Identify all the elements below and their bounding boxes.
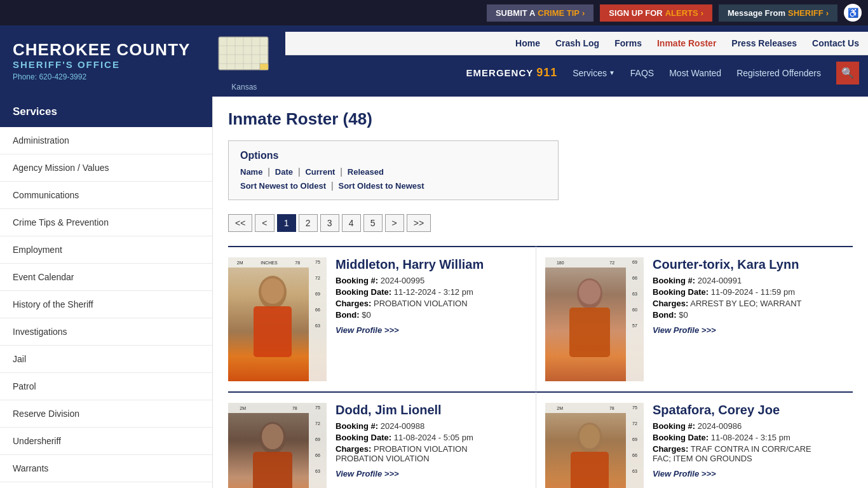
inmate-name-middleton: Middleton, Harry William (336, 257, 531, 272)
filter-date-link[interactable]: Date (275, 167, 293, 177)
nav-home[interactable]: Home (515, 38, 540, 48)
nav-contact-us[interactable]: Contact Us (812, 38, 859, 48)
top-bar: SUBMIT A CRIME TIP › SIGN UP FOR ALERTS … (0, 0, 868, 25)
nav-most-wanted[interactable]: Most Wanted (669, 68, 721, 78)
sidebar-item-patrol[interactable]: Patrol (0, 373, 212, 400)
view-profile-middleton[interactable]: View Profile >>> (336, 325, 399, 335)
nav-services[interactable]: Services ▼ (573, 68, 615, 78)
svg-rect-21 (571, 452, 609, 488)
sidebar-item-event-calendar[interactable]: Event Calendar (0, 264, 212, 291)
alerts-button[interactable]: SIGN UP FOR ALERTS › (600, 4, 712, 22)
logo-area: CHEROKEE COUNTY SHERIFF'S OFFICE Phone: … (0, 33, 203, 89)
main-nav: Home Crash Log Forms Inmate Roster Press… (285, 32, 868, 91)
ruler-right-4: 7572696663 (626, 403, 644, 488)
inmate-info-dodd: Dodd, Jim Lionell Booking #: 2024-00988 … (336, 403, 531, 488)
ruler-top: 2MINCHES78 (228, 257, 309, 268)
inmate-photo-dodd: 2M78 7572696663 (228, 403, 327, 488)
person-silhouette (241, 273, 304, 375)
sidebar-item-crime-tips[interactable]: Crime Tips & Prevention (0, 209, 212, 236)
filter-current-link[interactable]: Current (305, 167, 335, 177)
state-map-area: Kansas (203, 25, 285, 97)
options-links-row: Name | Date | Current | Released (240, 166, 546, 177)
inmate-booking-num-courtertorix: Booking #: 2024-00991 (653, 276, 848, 285)
nav-crash-log[interactable]: Crash Log (555, 38, 599, 48)
state-label: Kansas (231, 83, 257, 92)
top-nav: Home Crash Log Forms Inmate Roster Press… (285, 32, 868, 55)
view-profile-courtertorix[interactable]: View Profile >>> (653, 325, 716, 335)
accessibility-button[interactable]: ♿ (844, 4, 862, 22)
ruler-top-2: 18072 (545, 257, 626, 268)
inmate-card-spatafora: 2M78 7572696663 Spatafora, Corey Joe (536, 391, 853, 488)
nav-registered-offenders[interactable]: Registered Offenders (736, 68, 821, 78)
sidebar-item-employment[interactable]: Employment (0, 236, 212, 264)
search-button[interactable]: 🔍 (836, 62, 859, 85)
county-name: CHEROKEE COUNTY (13, 41, 190, 59)
sidebar-item-jail[interactable]: Jail (0, 346, 212, 373)
svg-point-22 (580, 424, 600, 449)
inmate-booking-date-spatafora: Booking Date: 11-08-2024 - 3:15 pm (653, 433, 848, 442)
view-profile-spatafora[interactable]: View Profile >>> (653, 469, 716, 478)
emergency-badge: EMERGENCY 911 (466, 66, 558, 79)
sidebar-item-agency-mission[interactable]: Agency Mission / Values (0, 154, 212, 182)
nav-faqs[interactable]: FAQS (630, 68, 654, 78)
inmate-name-dodd: Dodd, Jim Lionell (336, 403, 531, 417)
page-2-button[interactable]: 2 (299, 214, 318, 232)
sidebar-item-history[interactable]: History of the Sheriff (0, 291, 212, 318)
inmate-charges-spatafora: Charges: TRAF CONTRA IN CORR/CAREFAC; IT… (653, 444, 848, 463)
sidebar-item-communications[interactable]: Communications (0, 182, 212, 209)
page-1-button[interactable]: 1 (277, 214, 296, 232)
nav-inmate-roster[interactable]: Inmate Roster (657, 38, 716, 48)
page-title: Inmate Roster (48) (228, 109, 853, 129)
filter-name-link[interactable]: Name (240, 167, 262, 177)
sidebar-item-reserve[interactable]: Reserve Division (0, 400, 212, 428)
sort-newest-link[interactable]: Sort Newest to Oldest (240, 181, 326, 191)
view-profile-dodd[interactable]: View Profile >>> (336, 469, 399, 478)
inmate-info-middleton: Middleton, Harry William Booking #: 2024… (336, 257, 531, 381)
page-first-button[interactable]: << (228, 214, 252, 232)
nav-press-releases[interactable]: Press Releases (731, 38, 797, 48)
inmate-info-spatafora: Spatafora, Corey Joe Booking #: 2024-009… (653, 403, 848, 488)
kansas-map-icon (215, 30, 273, 81)
pagination: << < 1 2 3 4 5 > >> (228, 214, 853, 232)
ruler-top-3: 2M78 (228, 403, 309, 413)
inmate-name-spatafora: Spatafora, Corey Joe (653, 403, 848, 417)
svg-rect-12 (254, 306, 292, 357)
nav-forms[interactable]: Forms (614, 38, 642, 48)
inmate-charges-courtertorix: Charges: ARREST BY LEO; WARRANT (653, 299, 848, 308)
inmate-card-middleton: 2MINCHES78 7572696663 Mi (228, 246, 536, 391)
options-box: Options Name | Date | Current | Released… (228, 140, 559, 200)
page-4-button[interactable]: 4 (342, 214, 361, 232)
person-silhouette-2 (558, 273, 621, 375)
sidebar-item-undersheriff[interactable]: Undersheriff (0, 428, 212, 455)
person-silhouette-3 (241, 419, 304, 488)
page-5-button[interactable]: 5 (363, 214, 383, 232)
search-icon: 🔍 (841, 67, 854, 79)
page-next-button[interactable]: > (385, 214, 404, 232)
sidebar-item-investigations[interactable]: Investigations (0, 318, 212, 346)
ruler-right-3: 7572696663 (309, 403, 327, 488)
sidebar-item-warrants[interactable]: Warrants (0, 455, 212, 482)
ruler-top-4: 2M78 (545, 403, 626, 413)
svg-point-13 (261, 278, 284, 304)
sort-oldest-link[interactable]: Sort Oldest to Newest (339, 181, 424, 191)
sidebar-item-administration[interactable]: Administration (0, 127, 212, 154)
ruler-right: 7572696663 (309, 257, 327, 381)
chevron-down-icon: ▼ (609, 69, 615, 76)
inmate-card-dodd: 2M78 7572696663 Dodd, Jim Lionell (228, 391, 536, 488)
person-silhouette-4 (558, 419, 621, 488)
svg-rect-10 (260, 64, 268, 70)
sidebar-header: Services (0, 97, 212, 127)
inmate-row-2: 2M78 7572696663 Dodd, Jim Lionell (228, 391, 853, 488)
svg-rect-18 (253, 452, 292, 488)
inmate-photo-spatafora: 2M78 7572696663 (545, 403, 644, 488)
page-3-button[interactable]: 3 (320, 214, 339, 232)
inmate-name-courtertorix: Courter-torix, Kara Lynn (653, 257, 848, 272)
page-prev-button[interactable]: < (255, 214, 274, 232)
content-area: Inmate Roster (48) Options Name | Date |… (213, 97, 868, 488)
page-last-button[interactable]: >> (407, 214, 431, 232)
inmate-bond-courtertorix: Bond: $0 (653, 310, 848, 320)
filter-released-link[interactable]: Released (348, 167, 384, 177)
sheriff-message-button[interactable]: Message From SHERIFF › (719, 4, 837, 22)
crime-tip-button[interactable]: SUBMIT A CRIME TIP › (487, 4, 593, 22)
inmate-photo-middleton: 2MINCHES78 7572696663 (228, 257, 327, 381)
